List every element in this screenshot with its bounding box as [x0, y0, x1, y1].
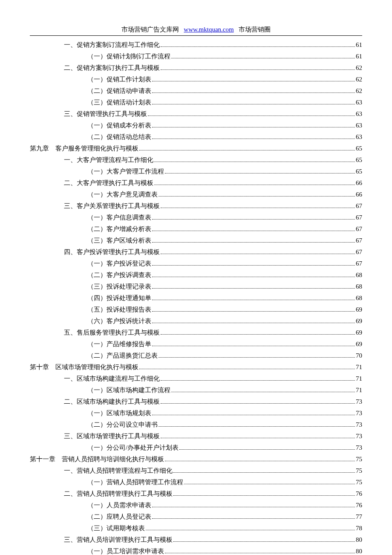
toc-entry: （三）促销活动计划表63: [30, 97, 362, 108]
toc-leader-dots: [152, 507, 355, 507]
toc-leader-dots: [139, 150, 355, 150]
toc-entry: （一）产品维修报告单69: [30, 338, 362, 350]
toc-entry: （一）区域市场规划表73: [30, 408, 362, 419]
document-page: 市场营销广告文库网 www.mktquan.com 市场营销圈 一、促销方案制订…: [0, 0, 392, 555]
toc-entry-page: 67: [356, 200, 362, 212]
toc-entry-label: 一、促销方案制订流程与工作细化: [64, 39, 160, 51]
toc-entry-page: 75: [356, 477, 362, 488]
toc-leader-dots: [161, 438, 355, 438]
toc-entry-label: （二）客户投诉调查表: [87, 269, 151, 281]
toc-entry-page: 78: [356, 523, 362, 534]
toc-entry-label: （一）区域市场构建工作流程: [87, 384, 170, 396]
toc-entry: 一、区域市场构建流程与工作细化71: [30, 373, 362, 384]
toc-entry-page: 73: [356, 431, 362, 442]
toc-entry-label: 第十一章 营销人员招聘与培训细化执行与模板: [30, 454, 164, 465]
toc-entry-page: 63: [356, 108, 362, 120]
toc-leader-dots: [173, 495, 355, 496]
toc-entry-page: 67: [356, 235, 362, 246]
toc-entry-label: （三）客户区域分析表: [87, 235, 151, 246]
toc-entry: 四、客户投诉管理执行工具与模板67: [30, 246, 362, 258]
toc-entry-page: 63: [356, 97, 362, 108]
header-right-text: 市场营销圈: [239, 26, 271, 33]
toc-entry: 二、大客户管理执行工具与模板66: [30, 177, 362, 189]
toc-entry-page: 68: [356, 292, 362, 304]
toc-entry-label: （一）客户投诉登记表: [87, 258, 151, 269]
toc-entry: （一）大客户管理工作流程65: [30, 166, 362, 177]
toc-leader-dots: [152, 277, 355, 277]
toc-entry: （二）产品退换货汇总表70: [30, 350, 362, 361]
toc-entry: 三、客户关系管理执行工具与模板67: [30, 200, 362, 212]
toc-entry-page: 71: [356, 361, 362, 373]
toc-entry: 第九章 客户服务管理细化执行与模板65: [30, 143, 362, 154]
toc-entry-page: 62: [356, 74, 362, 85]
toc-entry-label: （一）人员需求申请表: [87, 500, 151, 511]
toc-entry-label: 二、区域市场构建执行工具与模板: [64, 396, 160, 408]
toc-entry: （二）促销活动申请表62: [30, 85, 362, 97]
toc-entry-label: （三）试用期考核表: [87, 523, 145, 534]
toc-entry-page: 65: [356, 166, 362, 177]
toc-entry: （一）员工培训需求申请表80: [30, 546, 362, 555]
toc-leader-dots: [159, 357, 355, 358]
toc-entry-page: 67: [356, 246, 362, 258]
toc-entry-label: （二）促销活动总结表: [87, 131, 151, 143]
toc-entry-page: 65: [356, 143, 362, 154]
toc-leader-dots: [154, 162, 355, 162]
toc-leader-dots: [173, 541, 355, 542]
toc-entry-label: （三）促销活动计划表: [87, 97, 151, 108]
toc-entry: 一、促销方案制订流程与工作细化61: [30, 39, 362, 51]
toc-leader-dots: [161, 254, 355, 254]
toc-entry-page: 61: [356, 39, 362, 51]
toc-entry-page: 73: [356, 419, 362, 431]
page-header: 市场营销广告文库网 www.mktquan.com 市场营销圈: [30, 26, 362, 36]
toc-entry: 二、营销人员招聘管理执行工具与模板76: [30, 488, 362, 500]
table-of-contents: 一、促销方案制订流程与工作细化61（一）促销计划制订工作流程61二、促销方案制订…: [30, 39, 362, 555]
toc-leader-dots: [152, 346, 355, 346]
toc-entry-label: （一）大客户管理工作流程: [87, 166, 164, 177]
header-link[interactable]: www.mktquan.com: [184, 26, 233, 33]
toc-entry-label: 四、客户投诉管理执行工具与模板: [64, 246, 160, 258]
toc-leader-dots: [148, 116, 355, 116]
toc-entry: 三、促销管理执行工具与模板63: [30, 108, 362, 120]
toc-leader-dots: [152, 219, 355, 220]
toc-entry-page: 63: [356, 131, 362, 143]
toc-entry: （一）客户投诉登记表67: [30, 258, 362, 269]
toc-entry-label: （一）区域市场规划表: [87, 408, 151, 419]
toc-entry: （一）客户信息调查表67: [30, 212, 362, 223]
toc-entry: （一）促销工作计划表62: [30, 74, 362, 85]
toc-entry: （一）区域市场构建工作流程71: [30, 384, 362, 396]
toc-entry: 二、促销方案制订执行工具与模板62: [30, 62, 362, 74]
toc-entry: （二）促销活动总结表63: [30, 131, 362, 143]
toc-entry: （二）客户增减分析表67: [30, 223, 362, 235]
toc-entry: （六）客户投诉统计表69: [30, 315, 362, 327]
toc-entry-page: 77: [356, 511, 362, 523]
toc-leader-dots: [165, 553, 355, 553]
toc-entry: 五、售后服务管理执行工具与模板69: [30, 327, 362, 338]
toc-entry-page: 76: [356, 500, 362, 511]
toc-entry-label: （一）促销工作计划表: [87, 74, 151, 85]
toc-entry-page: 66: [356, 189, 362, 200]
toc-entry-label: （一）客户信息调查表: [87, 212, 151, 223]
toc-leader-dots: [152, 415, 355, 415]
toc-entry-page: 67: [356, 223, 362, 235]
toc-entry-label: （四）投诉处理通知单: [87, 292, 151, 304]
toc-entry-label: 三、区域市场管理执行工具与模板: [64, 431, 160, 442]
toc-entry-page: 80: [356, 546, 362, 555]
toc-entry: （一）大客户意见调查表66: [30, 189, 362, 200]
toc-entry-label: （一）促销成本分析表: [87, 120, 151, 131]
toc-leader-dots: [161, 403, 355, 404]
toc-entry-page: 62: [356, 85, 362, 97]
toc-leader-dots: [152, 104, 355, 104]
toc-entry: （四）投诉处理通知单68: [30, 292, 362, 304]
toc-entry-page: 73: [356, 442, 362, 454]
toc-entry-label: （一）营销人员招聘管理工作流程: [87, 477, 183, 488]
toc-entry-label: 五、售后服务管理执行工具与模板: [64, 327, 160, 338]
toc-entry-label: 三、营销人员培训管理执行工具与模板: [64, 534, 173, 546]
toc-entry-page: 71: [356, 373, 362, 384]
toc-entry: 一、大客户管理流程与工作细化65: [30, 154, 362, 166]
toc-leader-dots: [152, 139, 355, 139]
toc-leader-dots: [165, 461, 355, 461]
toc-entry-label: （二）促销活动申请表: [87, 85, 151, 97]
toc-entry: （一）营销人员招聘管理工作流程75: [30, 477, 362, 488]
toc-entry: （三）试用期考核表78: [30, 523, 362, 534]
toc-leader-dots: [165, 173, 355, 173]
